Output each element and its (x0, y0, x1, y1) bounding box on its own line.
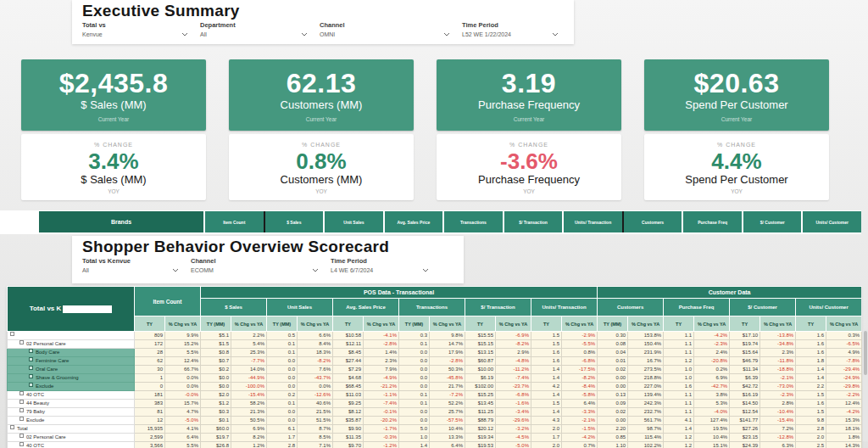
column-subheader[interactable]: TY (531, 316, 562, 332)
row-label[interactable]: Feminine Care (8, 357, 135, 366)
expand-collapse-icon[interactable] (29, 357, 33, 361)
table-cell: 12 (135, 417, 165, 425)
table-cell: -2.1% (562, 417, 598, 425)
filter-channel[interactable]: Channel ECOMM (191, 257, 331, 273)
column-subheader[interactable]: TY (MM) (598, 316, 628, 332)
row-label[interactable]: Exclude (8, 383, 135, 391)
column-subheader[interactable]: % Chg vs YA (231, 316, 267, 332)
filter-total-vs[interactable]: Total vs Kenvue (82, 21, 200, 37)
filter-time-period[interactable]: Time Period L52 WE 1/22/2024 (462, 21, 570, 37)
column-header-metric[interactable]: Unit Sales (267, 299, 333, 316)
column-subheader[interactable]: % Chg vs YA (496, 316, 531, 332)
column-subheader[interactable]: % Chg vs YA (760, 316, 796, 332)
row-label[interactable]: 40 OTC (8, 442, 135, 448)
expand-collapse-icon[interactable] (10, 425, 14, 429)
column-subheader[interactable]: TY (MM) (201, 316, 231, 332)
table-cell: -1.2% (364, 442, 399, 448)
expand-collapse-icon[interactable] (19, 391, 24, 395)
table-cell: $8.45 (333, 349, 364, 357)
expand-collapse-icon[interactable] (29, 374, 33, 378)
expand-collapse-icon[interactable] (19, 417, 24, 421)
column-subheader[interactable]: % Chg vs YA (562, 316, 598, 332)
column-header-metric[interactable]: $/ Transaction (465, 299, 531, 316)
filter-department[interactable]: Department All (200, 21, 320, 37)
table-cell: $46.79 (730, 357, 760, 366)
expand-collapse-icon[interactable] (10, 332, 14, 336)
column-subheader[interactable]: TY (MM) (267, 316, 298, 332)
table-cell: -23.7% (496, 383, 531, 391)
column-subheader[interactable]: TY (333, 316, 364, 332)
column-header-metric[interactable]: Avg. Sales Price (333, 299, 399, 316)
table-row: 79 Baby814.7%$0.321.3%0.021.5%$8.12-0.1%… (8, 408, 862, 417)
column-subheader[interactable]: TY (465, 316, 496, 332)
row-label[interactable]: Shave & Grooming (8, 374, 135, 383)
row-label[interactable]: Total (8, 425, 135, 434)
expand-collapse-icon[interactable] (19, 442, 24, 446)
column-header-metric[interactable]: Units/ Customer (796, 299, 862, 316)
table-cell: 1.5 (796, 391, 826, 400)
table-cell: 58.2% (231, 400, 267, 408)
row-label[interactable]: 79 Baby (8, 408, 135, 417)
column-subheader[interactable]: TY (664, 316, 694, 332)
table-cell: -6.9% (496, 332, 531, 340)
column-subheader[interactable]: % Chg vs YA (694, 316, 730, 332)
table-cell: 8.4% (298, 340, 333, 349)
table-cell: 21.5% (298, 408, 333, 417)
column-subheader[interactable]: TY (135, 316, 165, 332)
column-subheader[interactable]: % Chg vs YA (628, 316, 664, 332)
column-subheader[interactable]: TY (796, 316, 826, 332)
table-cell: 115.4% (628, 434, 664, 442)
column-subheader[interactable]: TY (730, 316, 760, 332)
row-label[interactable]: 40 OTC (8, 391, 135, 400)
table-cell: -4.2% (694, 332, 730, 340)
column-group-item-count[interactable]: Item Count (135, 287, 201, 316)
chevron-down-icon (172, 268, 179, 272)
row-label[interactable]: Body Care (8, 349, 135, 357)
table-cell: 12.4% (165, 357, 201, 366)
column-header-metric[interactable]: Customers (598, 299, 664, 316)
expand-collapse-icon[interactable] (19, 400, 24, 404)
column-subheader[interactable]: TY (MM) (399, 316, 430, 332)
table-cell: 242.3% (628, 400, 664, 408)
column-subheader[interactable]: % Chg vs YA (298, 316, 333, 332)
table-cell: 5.3% (694, 400, 730, 408)
table-cell: 1.6 (796, 349, 826, 357)
column-subheader[interactable]: % Chg vs YA (364, 316, 399, 332)
table-scrollbar[interactable] (863, 329, 868, 441)
filter-total-vs-kenvue[interactable]: Total vs Kenvue All (82, 257, 191, 273)
column-header-metric[interactable]: Purchase Freq (664, 299, 730, 316)
expand-collapse-icon[interactable] (19, 408, 24, 412)
column-group-customer-data[interactable]: Customer Data (598, 287, 862, 299)
filter-channel[interactable]: Channel OMNI (320, 21, 462, 37)
expand-collapse-icon[interactable] (19, 340, 24, 344)
filter-time-period[interactable]: Time Period L4 WE 6/7/2024 (331, 257, 441, 273)
filter-value: L52 WE 1/22/2024 (462, 31, 511, 37)
row-label[interactable] (8, 332, 135, 340)
column-header-metric[interactable]: $ Sales (201, 299, 267, 316)
column-group-pos-data[interactable]: POS Data - Transactional (201, 287, 598, 299)
row-label[interactable]: 02 Personal Care (8, 434, 135, 442)
column-header-metric[interactable]: Transactions (399, 299, 465, 316)
row-label[interactable]: 44 Beauty (8, 400, 135, 408)
column-header-metric[interactable]: $/ Customer (730, 299, 796, 316)
column-subheader[interactable]: % Chg vs YA (430, 316, 465, 332)
change-card-header: % CHANGE (717, 142, 756, 148)
table-cell: -0.3% (364, 434, 399, 442)
table-cell: 6.4% (165, 434, 201, 442)
column-subheader[interactable]: % Chg vs YA (826, 316, 862, 332)
expand-collapse-icon[interactable] (19, 434, 24, 438)
row-label[interactable]: Oral Care (8, 366, 135, 374)
expand-collapse-icon[interactable] (29, 349, 33, 353)
column-subheader[interactable]: % Chg vs YA (165, 316, 201, 332)
row-label[interactable]: 02 Personal Care (8, 340, 135, 349)
expand-collapse-icon[interactable] (29, 366, 33, 370)
row-label[interactable]: Exclude (8, 417, 135, 425)
brands-strip-column: Unit Sales (325, 211, 383, 232)
expand-collapse-icon[interactable] (29, 383, 33, 387)
column-header-metric[interactable]: Units/ Transaction (531, 299, 598, 316)
scrollbar-thumb[interactable] (864, 331, 867, 375)
table-cell: 1.4 (531, 366, 562, 374)
table-cell: -73.0% (760, 383, 796, 391)
table-cell: $23.15 (730, 434, 760, 442)
chevron-down-icon (181, 32, 188, 36)
